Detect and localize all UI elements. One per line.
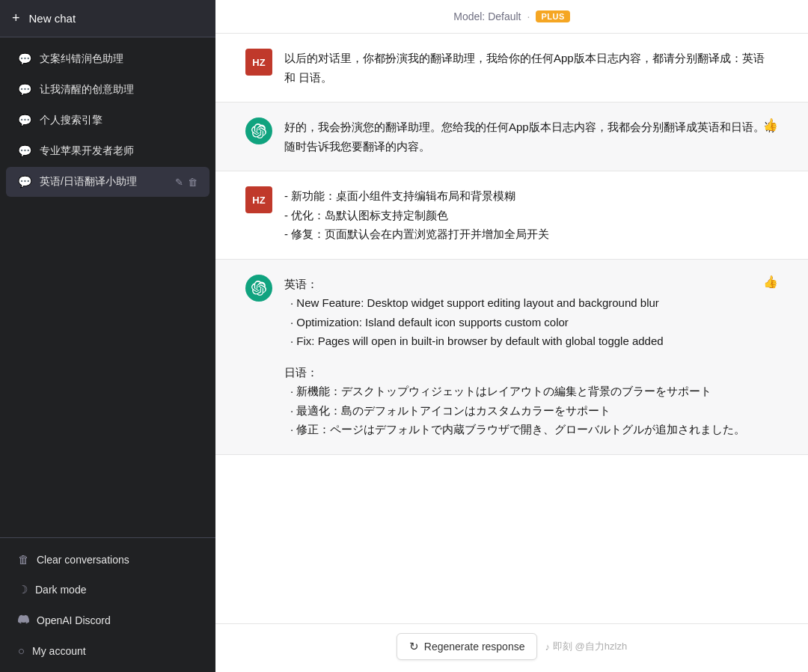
sidebar-item-label: 文案纠错润色助理 [40,52,198,66]
clear-label: Clear conversations [37,554,129,566]
gpt-avatar [245,117,272,144]
sidebar-item-conv-2[interactable]: 💬 让我清醒的创意助理 [6,75,209,105]
sidebar-item-conv-3[interactable]: 💬 个人搜索引擎 [6,106,209,135]
list-item: 最適化：島のデフォルトアイコンはカスタムカラーをサポート [290,401,778,421]
message-content-3: - 新功能：桌面小组件支持编辑布局和背景模糊- 优化：岛默认图标支持定制颜色- … [284,186,778,244]
regenerate-icon: ↻ [409,640,419,653]
discord-label: OpenAI Discord [37,614,111,626]
sidebar: + New chat 💬 文案纠错润色助理 💬 让我清醒的创意助理 💬 个人搜索… [0,0,215,672]
chat-header: Model: Default · PLUS [215,0,808,34]
list-item: 修正：ページはデフォルトで内蔵ブラウザで開き、グローバルトグルが追加されました。 [290,420,778,439]
user-avatar: HZ [245,49,272,76]
model-label: Model: Default [453,10,521,22]
chat-icon: 💬 [18,52,32,66]
new-chat-label: New chat [29,12,76,25]
dark-icon: ☽ [18,583,28,596]
content-text: 以后的对话里，你都扮演我的翻译助理，我给你的任何App版本日志内容，都请分别翻译… [284,49,778,87]
sidebar-bottom-discord[interactable]: OpenAI Discord [6,605,209,635]
delete-icon[interactable]: 🗑 [188,177,198,188]
regenerate-label: Regenerate response [424,641,525,653]
chat-footer: ↻ Regenerate response ♪ 即刻 @自力hzlzh [215,623,808,672]
dark-label: Dark mode [35,584,86,596]
list-item: New Feature: Desktop widget support edit… [290,293,778,313]
list-item: Fix: Pages will open in built-in browser… [290,332,778,351]
content-line: - 修复：页面默认会在内置浏览器打开并增加全局开关 [284,224,778,244]
sidebar-bottom-dark[interactable]: ☽ Dark mode [6,575,209,605]
chat-icon: 💬 [18,144,32,158]
chat-icon: 💬 [18,175,32,189]
edit-icon[interactable]: ✎ [175,177,183,188]
thumbs-up-button[interactable]: 👍 [763,117,778,132]
user-avatar: HZ [245,186,272,213]
regenerate-button[interactable]: ↻ Regenerate response [397,633,538,660]
content-text: 好的，我会扮演您的翻译助理。您给我的任何App版本日志内容，我都会分别翻译成英语… [284,117,778,156]
sidebar-item-label: 让我清醒的创意助理 [40,83,198,97]
item-actions: ✎🗑 [175,177,198,188]
sidebar-item-conv-1[interactable]: 💬 文案纠错润色助理 [6,44,209,74]
sidebar-item-label: 个人搜索引擎 [40,114,198,127]
main-panel: Model: Default · PLUS HZ 以后的对话里，你都扮演我的翻译… [215,0,808,672]
watermark-text: 即刻 @自力hzlzh [553,640,627,653]
sidebar-bottom-account[interactable]: ○ My account [6,636,209,665]
sidebar-item-label: 专业苹果开发者老师 [40,144,198,158]
english-label: 英语： [284,275,778,294]
plus-badge: PLUS [536,10,569,22]
watermark: ♪ 即刻 @自力hzlzh [545,640,627,653]
clear-icon: 🗑 [18,553,29,566]
message-content-1: 以后的对话里，你都扮演我的翻译助理，我给你的任何App版本日志内容，都请分别翻译… [284,49,778,87]
discord-icon [18,614,29,627]
sidebar-bottom-clear[interactable]: 🗑 Clear conversations [6,545,209,574]
chat-icon: 💬 [18,83,32,97]
new-chat-button[interactable]: + New chat [0,0,215,37]
message-block-2: 好的，我会扮演您的翻译助理。您给我的任何App版本日志内容，我都会分别翻译成英语… [215,103,808,171]
list-item: 新機能：デスクトップウィジェットはレイアウトの編集と背景のブラーをサポート [290,382,778,401]
thumbs-up-button[interactable]: 👍 [763,275,778,289]
message-content-2: 好的，我会扮演您的翻译助理。您给我的任何App版本日志内容，我都会分别翻译成英语… [284,117,778,156]
content-line: - 新功能：桌面小组件支持编辑布局和背景模糊 [284,186,778,206]
message-block-3: HZ - 新功能：桌面小组件支持编辑布局和背景模糊- 优化：岛默认图标支持定制颜… [215,171,808,260]
sidebar-item-conv-4[interactable]: 💬 专业苹果开发者老师 [6,136,209,166]
chat-icon: 💬 [18,114,32,127]
plus-icon: + [12,10,20,26]
sidebar-item-label: 英语/日语翻译小助理 [40,175,168,189]
account-label: My account [32,645,86,657]
list-item: Optimization: Island default icon suppor… [290,313,778,332]
dot-separator: · [527,10,530,22]
content-line: - 优化：岛默认图标支持定制颜色 [284,206,778,225]
sidebar-bottom: 🗑 Clear conversations ☽ Dark mode OpenAI… [0,537,215,672]
message-block-1: HZ 以后的对话里，你都扮演我的翻译助理，我给你的任何App版本日志内容，都请分… [215,34,808,103]
japanese-label: 日语： [284,363,778,382]
music-icon: ♪ [545,641,550,653]
message-content-4: 英语： New Feature: Desktop widget support … [284,275,778,439]
conversation-list: 💬 文案纠错润色助理 💬 让我清醒的创意助理 💬 个人搜索引擎 💬 专业苹果开发… [0,37,215,537]
gpt-avatar [245,275,272,302]
message-block-4: 英语： New Feature: Desktop widget support … [215,260,808,455]
account-icon: ○ [18,644,25,657]
chat-messages: HZ 以后的对话里，你都扮演我的翻译助理，我给你的任何App版本日志内容，都请分… [215,34,808,623]
sidebar-item-conv-5[interactable]: 💬 英语/日语翻译小助理 ✎🗑 [6,167,209,197]
